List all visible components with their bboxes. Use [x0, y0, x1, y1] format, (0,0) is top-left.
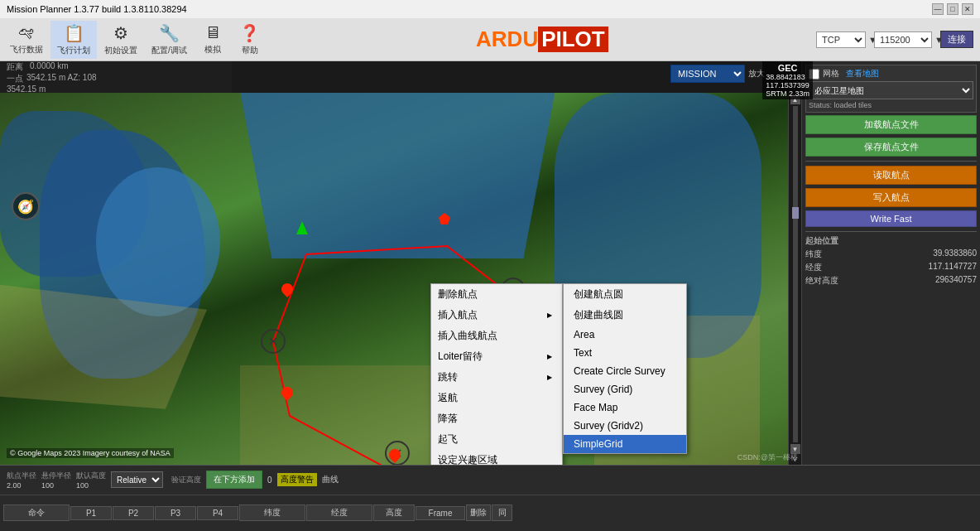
menu-arrow-loiter: ▶: [547, 353, 552, 360]
menu-insert-wp[interactable]: 插入航点 ▶: [431, 305, 562, 326]
toolbar-flight-data[interactable]: 🛩 飞行数据: [3, 21, 50, 59]
menu-loiter[interactable]: Loiter留待 ▶: [431, 346, 562, 367]
lng-row: 经度 117.1147727: [805, 262, 977, 273]
distance-value: 0.0000 km: [30, 61, 69, 73]
col-p1: P1: [70, 506, 112, 520]
lng-label: 经度: [805, 262, 822, 273]
menu-land[interactable]: 降落: [431, 408, 562, 429]
titlebar: Mission Planner 1.3.77 build 1.3.8110.38…: [0, 0, 980, 18]
info-bar: 距离 0.0000 km 一点 3542.15 m AZ: 108 3542.1…: [0, 61, 232, 93]
menu-set-roi[interactable]: 设定兴趣区域: [431, 450, 562, 465]
wp-radius-value: 2.00: [7, 481, 36, 490]
az-value: 3542.15 m AZ: 108: [26, 73, 97, 84]
panel-sep-1: [805, 161, 977, 162]
read-wp-button[interactable]: 读取航点: [805, 166, 977, 185]
map-controls-section: 网格 查看地图 必应卫星地图 Status: loaded tiles: [805, 65, 977, 113]
save-wp-button[interactable]: 保存航点文件: [805, 138, 977, 157]
logo-pilot: PILOT: [538, 27, 608, 52]
col-frame: Frame: [416, 506, 465, 520]
simulation-icon: 🖥: [204, 23, 221, 42]
az-row: 一点 3542.15 m AZ: 108: [7, 73, 225, 84]
col-lat: 纬度: [239, 504, 305, 521]
col-lng: 经度: [306, 504, 372, 521]
col-p4: P4: [197, 506, 238, 520]
menu-delete-wp[interactable]: 删除航点: [431, 284, 562, 305]
submenu-gridv2[interactable]: Survey (Gridv2): [564, 417, 686, 435]
toolbar-help[interactable]: ❓ 帮助: [232, 21, 268, 59]
col-alt: 高度: [373, 504, 415, 521]
add-below-button[interactable]: 在下方添加: [206, 471, 262, 489]
titlebar-title: Mission Planner 1.3.77 build 1.3.8110.38…: [7, 4, 187, 14]
svg-point-0: [262, 330, 285, 353]
waypoint-2: [279, 281, 295, 297]
map-type-select[interactable]: 必应卫星地图: [809, 81, 973, 99]
write-fast-button[interactable]: Write Fast: [805, 210, 977, 227]
bottom-top-row: 航点半径 2.00 悬停半径 100 默认高度 100 Relative 验证高…: [0, 466, 980, 495]
submenu-text[interactable]: Text: [564, 344, 686, 362]
help-icon: ❓: [239, 23, 260, 43]
loiter-radius-group: 悬停半径 100: [41, 471, 71, 490]
mode-bar: MISSION 放大: [670, 65, 765, 83]
submenu-create-circle[interactable]: 创建航点圆: [564, 284, 686, 305]
submenu-create-curve[interactable]: 创建曲线圆: [564, 305, 686, 326]
connection-controls: TCP ▼ 115200 ▼ 连接: [816, 31, 973, 48]
alt-row: 绝对高度 296340757: [805, 275, 977, 287]
dist2-row: 3542.15 m: [7, 84, 225, 94]
menu-takeoff[interactable]: 起飞: [431, 429, 562, 450]
toolbar-initial-setup[interactable]: ⚙ 初始设置: [98, 21, 144, 59]
titlebar-controls: — □ ✕: [932, 3, 973, 15]
submenu-face-map[interactable]: Face Map: [564, 398, 686, 417]
maximize-button[interactable]: □: [947, 3, 958, 15]
water-inner: [96, 167, 220, 316]
wp-radius-label: 航点半径: [7, 471, 36, 481]
bottom-bar: 航点半径 2.00 悬停半径 100 默认高度 100 Relative 验证高…: [0, 465, 980, 531]
altitude-mode-select[interactable]: Relative: [111, 471, 163, 488]
zoom-thumb[interactable]: [792, 207, 799, 219]
coord-lat: 38.8842183: [766, 73, 809, 81]
view-map-link[interactable]: 查看地图: [846, 68, 879, 80]
connect-button[interactable]: 连接: [940, 31, 973, 48]
col-sync: 同: [492, 504, 512, 521]
submenu-survey-grid[interactable]: Survey (Grid): [564, 380, 686, 398]
baud-select[interactable]: 115200: [874, 31, 932, 48]
compass: 🧭: [12, 192, 40, 220]
zoom-track[interactable]: [793, 106, 798, 442]
alt-value: 296340757: [935, 275, 977, 287]
distance-row: 距离 0.0000 km: [7, 61, 225, 73]
flight-data-icon: 🛩: [18, 23, 35, 42]
load-wp-button[interactable]: 加载航点文件: [805, 115, 977, 134]
menu-arrow-insert: ▶: [547, 311, 552, 319]
waypoint-start: [296, 221, 308, 234]
mission-select[interactable]: MISSION: [670, 65, 745, 83]
map-area[interactable]: 🧭 © Google Maps 2023 Imagery courtesy of…: [0, 93, 801, 465]
menu-jump[interactable]: 跳转 ▶: [431, 367, 562, 388]
context-menu: 删除航点 插入航点 ▶ 插入曲线航点 Loiter留待 ▶ 跳转 ▶ 返航 降落: [430, 283, 563, 465]
minimize-button[interactable]: —: [932, 3, 944, 15]
toolbar-simulation[interactable]: 🖥 模拟: [195, 21, 231, 59]
map-zoom-slider[interactable]: ▲ ▼ V: [788, 93, 801, 465]
submenu-area[interactable]: Area: [564, 326, 686, 344]
distance-label: 距离: [7, 61, 23, 73]
river-top: [240, 93, 555, 258]
svg-line-4: [270, 338, 276, 345]
map-background: 🧭 © Google Maps 2023 Imagery courtesy of…: [0, 93, 801, 465]
protocol-arrow: ▼: [868, 35, 872, 45]
map-type-row: 必应卫星地图: [809, 81, 973, 99]
default-alt-group: 默认高度 100: [76, 471, 106, 490]
submenu-circle-survey[interactable]: Create Circle Survey: [564, 362, 686, 380]
toolbar-config[interactable]: 🔧 配置/调试: [145, 21, 194, 59]
toolbar-help-label: 帮助: [242, 45, 258, 56]
menu-return[interactable]: 返航: [431, 388, 562, 408]
map-scale: © Google Maps 2023 Imagery courtesy of N…: [7, 448, 174, 458]
write-wp-button[interactable]: 写入航点: [805, 188, 977, 207]
initial-setup-icon: ⚙: [113, 23, 128, 43]
toolbar-flight-plan-label: 飞行计划: [57, 45, 90, 56]
add-below-value: 0: [267, 475, 272, 485]
menu-insert-curve[interactable]: 插入曲线航点: [431, 326, 562, 346]
protocol-select[interactable]: TCP: [816, 31, 866, 48]
toolbar-initial-setup-label: 初始设置: [104, 45, 137, 56]
right-panel: 网格 查看地图 必应卫星地图 Status: loaded tiles 加载航点…: [801, 61, 980, 531]
submenu-simple-grid[interactable]: SimpleGrid: [564, 435, 686, 453]
close-button[interactable]: ✕: [962, 3, 973, 15]
toolbar-flight-plan[interactable]: 📋 飞行计划: [50, 21, 97, 59]
